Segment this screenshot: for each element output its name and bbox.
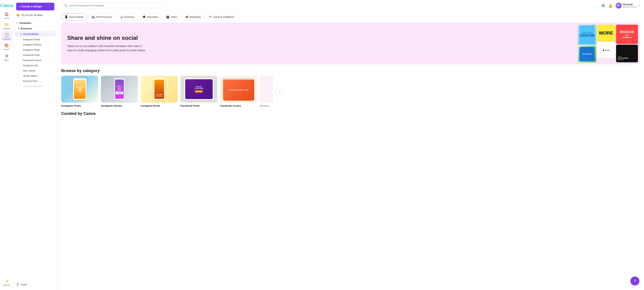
sidebar-item-pinterest-pins[interactable]: Pinterest Pins (15, 79, 56, 84)
sidebar-item-home[interactable]: 🏠 Home (1, 11, 12, 20)
sidebar-item-tiktok-videos[interactable]: TikTok Videos (15, 73, 56, 78)
hero-image-4: 📱 Stories (597, 42, 616, 58)
tab-cards-invitations[interactable]: 💌 Cards & Invitations (205, 13, 238, 20)
notifications-icon[interactable]: 🔔 (608, 3, 612, 7)
trash-icon: 🗑️ (16, 283, 19, 286)
hero-image-6: OUR SUSTAINABLE EFFORT (616, 45, 638, 62)
curated-section-title: Curated by Canva (57, 111, 644, 117)
category-tabs: 📱 Social Media 🖨️ Print Products 📊 Busin… (57, 11, 644, 23)
cards-tab-icon: 💌 (208, 15, 212, 19)
cat-card-img-facebook-covers: f CUSTOMISE YOUR COVER (220, 76, 257, 103)
cat-card-img-instagram-posts: PERFECTYOUR POST (61, 76, 98, 103)
sidebar-item-your-stories[interactable]: Your Stories (15, 68, 56, 73)
templates-group-header[interactable]: ▼ Templates (14, 20, 57, 26)
sidebar-item-instagram-stories[interactable]: Instagram Stories (15, 42, 56, 47)
hero-description: Stand out on any platform with beautiful… (67, 44, 148, 53)
topbar: 🔍 ⚙️ 🔔 SF Personal Samuel Farnum ▼ (57, 0, 644, 11)
cat-card-instagram-posts[interactable]: PERFECTYOUR POST Instagram Posts (61, 76, 98, 107)
tab-education[interactable]: 🎓 Education (139, 13, 162, 20)
main-content: 🔍 ⚙️ 🔔 SF Personal Samuel Farnum ▼ 📱 Soc… (57, 0, 644, 290)
templates-icon: 📋 (4, 33, 9, 37)
home-icon: 🏠 (4, 12, 9, 16)
crown-icon: 👑 (16, 13, 20, 17)
cat-card-instagram-reels[interactable]: STOP THEIR SCROLL Instagram Reels (141, 76, 178, 107)
sidebar-item-apps[interactable]: ⊞ Apps (1, 52, 12, 62)
sidebar-item-linkedin-video-ads[interactable]: LinkedIn Video Ads (15, 84, 56, 89)
cat-card-facebook-covers[interactable]: f CUSTOMISE YOUR COVER Facebook Covers (220, 76, 257, 107)
chevron-down-icon: ▼ (16, 22, 18, 24)
print-products-tab-icon: 🖨️ (91, 15, 95, 19)
topbar-right: ⚙️ 🔔 SF Personal Samuel Farnum ▼ (601, 2, 640, 8)
business-group-header[interactable]: ▶ Business (14, 26, 57, 31)
cat-card-img-instagram-stories: co Perfectyourpost DESIGN NOW (101, 76, 138, 103)
sidebar-item-facebook-covers[interactable]: Facebook Covers (15, 58, 56, 63)
canva-logo[interactable]: Canva (0, 3, 13, 8)
hero-text: Share and shine on social Stand out on a… (61, 23, 576, 64)
education-tab-icon: 🎓 (142, 15, 146, 19)
cat-card-facebook-ads[interactable]: Facebo... (260, 76, 273, 107)
hero-image-3: MORE (597, 25, 616, 41)
brand-icon: 🎨 (4, 43, 9, 48)
social-media-group-header[interactable]: ▼ Social Media (15, 31, 56, 37)
marketing-tab-icon: 📣 (185, 15, 188, 19)
cat-card-img-facebook-ads (260, 76, 273, 103)
templates-section: ▼ Templates ▶ Business ▼ Social Media In… (14, 19, 57, 90)
sidebar-item-instagram-reels[interactable]: Instagram Reels (15, 47, 56, 52)
apps-icon: ⊞ (5, 54, 8, 58)
sidebar-item-templates[interactable]: 📋 Templates (1, 31, 12, 41)
create-design-button[interactable]: + Create a design (16, 3, 54, 10)
trash-button[interactable]: 🗑️ Trash (14, 282, 57, 287)
cat-card-instagram-stories[interactable]: co Perfectyourpost DESIGN NOW Instagram … (101, 76, 138, 107)
projects-icon: 📁 (4, 22, 9, 27)
tab-social-media[interactable]: 📱 Social Media (61, 13, 87, 20)
search-icon: 🔍 (64, 4, 68, 7)
search-bar[interactable]: 🔍 (61, 2, 166, 8)
tab-video[interactable]: 🎬 Video (163, 13, 180, 20)
cat-card-facebook-posts[interactable]: INSPIREYOUR FEED 60% OFF Facebook Posts (180, 76, 217, 107)
glowup-icon: ✨ (4, 279, 9, 283)
hero-image-5: ENGAGE Your Audience (616, 25, 638, 44)
tab-marketing[interactable]: 📣 Marketing (182, 13, 204, 20)
hero-images: NORTH SOUTH ADVENTURES Social Post MORE … (576, 23, 640, 64)
user-menu[interactable]: SF Personal Samuel Farnum ▼ (616, 2, 640, 8)
sidebar-item-facebook-posts[interactable]: Facebook Posts (15, 53, 56, 58)
hero-image-1: NORTH SOUTH ADVENTURES (578, 25, 596, 45)
chevron-right-icon: ▶ (18, 27, 20, 30)
cat-card-img-instagram-reels: STOP THEIR SCROLL (141, 76, 178, 103)
video-tab-icon: 🎬 (166, 15, 170, 19)
help-button[interactable]: ? (630, 277, 639, 285)
sidebar-item-projects[interactable]: 📁 Projects (1, 21, 12, 31)
tab-business[interactable]: 📊 Business (116, 13, 138, 20)
sidebar-item-instagram-posts[interactable]: Instagram Posts (15, 37, 56, 42)
sidebar-item-brand[interactable]: 🎨 Brand (1, 42, 12, 52)
pro-banner[interactable]: 👑 Try Pro for 30 days (16, 13, 54, 17)
cat-card-img-facebook-posts: INSPIREYOUR FEED 60% OFF (180, 76, 217, 103)
browse-section-title: Browse by category (57, 68, 644, 76)
icon-nav: Canva 🏠 Home 📁 Projects 📋 Templates 🎨 Br… (0, 0, 14, 290)
chevron-down-icon-user: ▼ (638, 4, 640, 7)
sidebar-item-facebook-ads[interactable]: Facebook Ads (15, 63, 56, 68)
hero-banner: Share and shine on social Stand out on a… (61, 23, 640, 64)
chevron-down-icon-2: ▼ (20, 33, 22, 35)
social-media-tab-icon: 📱 (64, 15, 68, 19)
tab-print-products[interactable]: 🖨️ Print Products (88, 13, 115, 20)
hero-title: Share and shine on social (67, 34, 570, 41)
sidebar-item-glow-up[interactable]: ✨ Glow up (1, 278, 12, 287)
category-cards-container: PERFECTYOUR POST Instagram Posts co Perf… (57, 76, 644, 111)
next-arrow-button[interactable]: › (276, 88, 283, 95)
settings-icon[interactable]: ⚙️ (601, 3, 605, 7)
hero-image-2: Social Post (578, 45, 596, 62)
avatar: SF (616, 2, 622, 8)
search-input[interactable] (69, 4, 162, 7)
sidebar: + Create a design 👑 Try Pro for 30 days … (14, 0, 57, 290)
business-tab-icon: 📊 (120, 15, 123, 19)
